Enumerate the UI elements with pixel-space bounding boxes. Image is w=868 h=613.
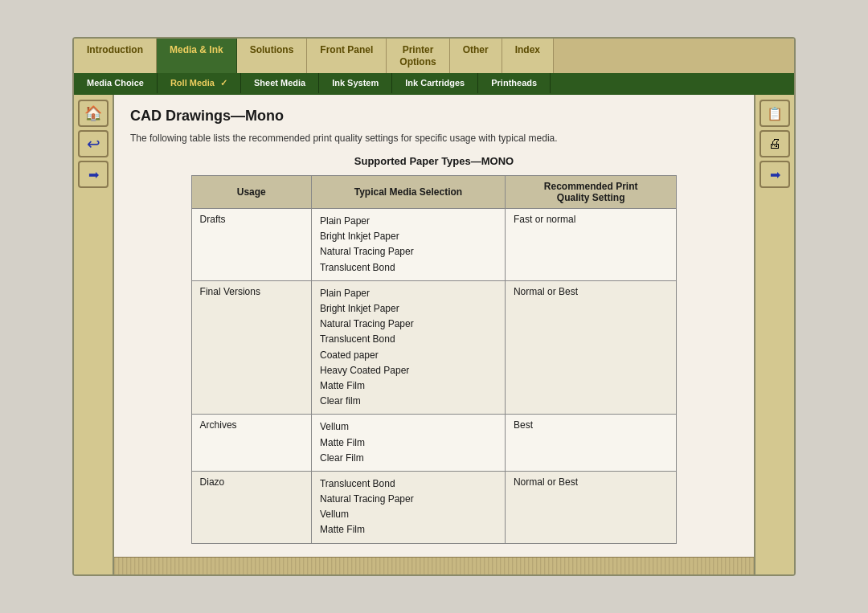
home-icon: 🏠 — [84, 104, 102, 122]
book-icon: 📋 — [767, 106, 783, 121]
tab-sheet-media[interactable]: Sheet Media — [241, 73, 319, 93]
tab-media-ink[interactable]: Media & Ink — [157, 39, 237, 73]
table-row: Drafts Plain PaperBright Inkjet PaperNat… — [191, 209, 677, 281]
col-header-usage: Usage — [191, 176, 311, 209]
index-button[interactable]: 📋 — [760, 100, 790, 127]
next-button[interactable]: ➡ — [760, 161, 790, 188]
table-row: Final Versions Plain PaperBright Inkjet … — [191, 280, 677, 415]
col-header-quality: Recommended PrintQuality Setting — [505, 176, 676, 209]
tab-roll-media[interactable]: Roll Media ✓ — [158, 73, 241, 93]
media-table: Usage Typical Media Selection Recommende… — [191, 175, 678, 544]
col-header-media: Typical Media Selection — [311, 176, 505, 209]
right-sidebar: 📋 🖨 ➡ — [754, 95, 794, 574]
quality-cell: Fast or normal — [505, 209, 676, 281]
page-description: The following table lists the recommende… — [130, 133, 738, 144]
media-cell: VellumMatte FilmClear Film — [311, 415, 505, 472]
print-button[interactable]: 🖨 — [760, 130, 790, 157]
middle-row: 🏠 ↩ ➡ CAD Drawings—Mono The following ta… — [74, 95, 794, 574]
top-navigation: Introduction Media & Ink Solutions Front… — [74, 39, 794, 73]
media-cell: Plain PaperBright Inkjet PaperNatural Tr… — [311, 209, 505, 281]
home-button[interactable]: 🏠 — [78, 100, 108, 127]
tab-introduction[interactable]: Introduction — [74, 39, 157, 73]
usage-cell: Final Versions — [191, 280, 311, 415]
page-title: CAD Drawings—Mono — [130, 108, 738, 125]
media-list: Plain PaperBright Inkjet PaperNatural Tr… — [320, 214, 497, 276]
tab-solutions[interactable]: Solutions — [237, 39, 308, 73]
tab-other[interactable]: Other — [450, 39, 502, 73]
tab-printer-options[interactable]: Printer Options — [387, 39, 449, 73]
tab-ink-system[interactable]: Ink System — [319, 73, 392, 93]
quality-cell: Normal or Best — [505, 280, 676, 415]
usage-cell: Diazo — [191, 471, 311, 543]
usage-cell: Archives — [191, 415, 311, 472]
print-icon: 🖨 — [768, 137, 781, 151]
tab-printheads[interactable]: Printheads — [478, 73, 551, 93]
media-list: VellumMatte FilmClear Film — [320, 419, 497, 466]
media-cell: Plain PaperBright Inkjet PaperNatural Tr… — [311, 280, 505, 415]
quality-cell: Normal or Best — [505, 471, 676, 543]
table-title: Supported Paper Types—MONO — [130, 155, 738, 167]
left-sidebar: 🏠 ↩ ➡ — [74, 95, 114, 574]
back-button[interactable]: ↩ — [78, 130, 108, 157]
back-icon: ↩ — [87, 134, 100, 153]
second-navigation: Media Choice Roll Media ✓ Sheet Media In… — [74, 73, 794, 95]
media-list: Plain PaperBright Inkjet PaperNatural Tr… — [320, 286, 497, 410]
tab-ink-cartridges[interactable]: Ink Cartridges — [392, 73, 478, 93]
checkmark-icon: ✓ — [220, 78, 227, 88]
media-list: Translucent BondNatural Tracing PaperVel… — [320, 476, 497, 538]
tab-front-panel[interactable]: Front Panel — [307, 39, 387, 73]
table-row: Archives VellumMatte FilmClear Film Best — [191, 415, 677, 472]
forward-left-button[interactable]: ➡ — [78, 161, 108, 188]
horizontal-scrollbar[interactable] — [114, 557, 754, 574]
content-area: CAD Drawings—Mono The following table li… — [114, 95, 754, 557]
quality-cell: Best — [505, 415, 676, 472]
next-icon: ➡ — [770, 167, 780, 182]
tab-media-choice[interactable]: Media Choice — [74, 73, 158, 93]
usage-cell: Drafts — [191, 209, 311, 281]
forward-left-icon: ➡ — [88, 167, 99, 182]
main-content-area: CAD Drawings—Mono The following table li… — [114, 95, 754, 574]
media-cell: Translucent BondNatural Tracing PaperVel… — [311, 471, 505, 543]
tab-index[interactable]: Index — [502, 39, 554, 73]
table-row: Diazo Translucent BondNatural Tracing Pa… — [191, 471, 677, 543]
